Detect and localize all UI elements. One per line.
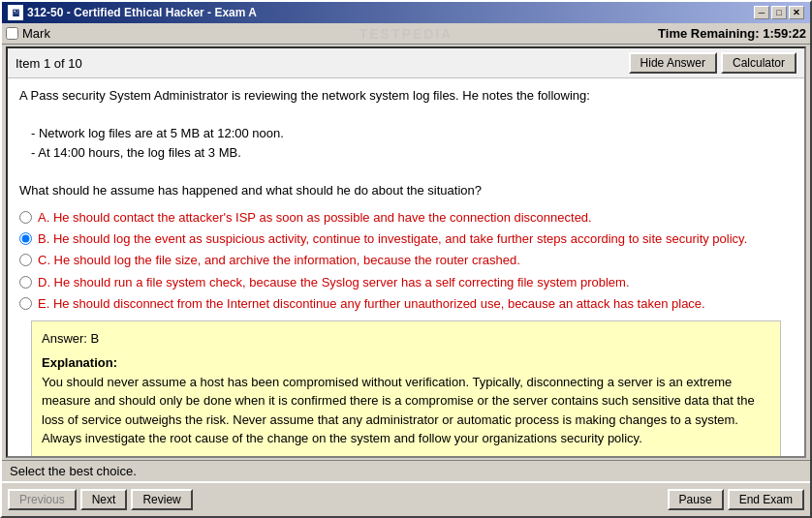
title-buttons: ─ □ ✕ bbox=[754, 6, 804, 19]
option-b-text: B. He should log the event as suspicious… bbox=[38, 230, 747, 248]
answer-box: Answer: B Explanation: You should never … bbox=[31, 320, 781, 456]
option-b: B. He should log the event as suspicious… bbox=[19, 230, 793, 248]
bullet1: - Network log files are at 5 MB at 12:00… bbox=[31, 124, 793, 143]
title-bar-left: 🖥 312-50 - Certified Ethical Hacker - Ex… bbox=[8, 5, 257, 20]
window-title: 312-50 - Certified Ethical Hacker - Exam… bbox=[27, 6, 257, 19]
bullet2: - At 14:00 hours, the log files at 3 MB. bbox=[31, 143, 793, 163]
option-a: A. He should contact the attacker's ISP … bbox=[19, 209, 793, 227]
menu-bar: Mark TESTPEDIA Time Remaining: 1:59:22 bbox=[2, 23, 810, 45]
status-bar: Select the best choice. bbox=[2, 460, 810, 481]
intro-text: A Pass security System Administrator is … bbox=[19, 86, 793, 106]
option-b-radio[interactable] bbox=[19, 232, 32, 245]
answer-line: Answer: B bbox=[42, 329, 770, 349]
explanation-title: Explanation: bbox=[42, 353, 770, 373]
option-d-text: D. He should run a file system check, be… bbox=[38, 274, 630, 291]
question-header: Item 1 of 10 Hide Answer Calculator bbox=[8, 48, 804, 78]
question-intro: A Pass security System Administrator is … bbox=[19, 86, 793, 199]
question-body: A Pass security System Administrator is … bbox=[8, 78, 804, 456]
mark-checkbox-container[interactable]: Mark bbox=[6, 26, 50, 41]
close-button[interactable]: ✕ bbox=[789, 6, 804, 19]
option-d: D. He should run a file system check, be… bbox=[19, 274, 793, 291]
options-list: A. He should contact the attacker's ISP … bbox=[19, 209, 793, 313]
item-counter: Item 1 of 10 bbox=[16, 56, 82, 71]
bottom-bar: Previous Next Review Pause End Exam bbox=[2, 481, 810, 516]
right-buttons: Pause End Exam bbox=[668, 489, 804, 510]
main-window: 🖥 312-50 - Certified Ethical Hacker - Ex… bbox=[0, 0, 812, 518]
title-bar: 🖥 312-50 - Certified Ethical Hacker - Ex… bbox=[2, 2, 810, 23]
minimize-button[interactable]: ─ bbox=[754, 6, 769, 19]
option-c-radio[interactable] bbox=[19, 254, 32, 266]
status-text: Select the best choice. bbox=[10, 464, 137, 478]
mark-label: Mark bbox=[22, 26, 50, 41]
option-e: E. He should disconnect from the Interne… bbox=[19, 295, 793, 313]
app-icon: 🖥 bbox=[8, 5, 23, 20]
option-a-radio[interactable] bbox=[19, 211, 32, 224]
time-remaining: Time Remaining: 1:59:22 bbox=[658, 26, 806, 41]
header-buttons: Hide Answer Calculator bbox=[629, 52, 796, 74]
question-text: What should he assume has happened and w… bbox=[19, 181, 793, 200]
option-a-text: A. He should contact the attacker's ISP … bbox=[38, 209, 592, 227]
calculator-button[interactable]: Calculator bbox=[721, 52, 796, 74]
explanation-text: You should never assume a host has been … bbox=[42, 373, 770, 448]
option-c-text: C. He should log the file size, and arch… bbox=[38, 252, 520, 269]
previous-button[interactable]: Previous bbox=[8, 489, 77, 510]
option-e-radio[interactable] bbox=[19, 297, 32, 310]
option-e-text: E. He should disconnect from the Interne… bbox=[38, 295, 705, 313]
content-area: Item 1 of 10 Hide Answer Calculator A Pa… bbox=[6, 46, 806, 458]
watermark: TESTPEDIA bbox=[359, 26, 453, 42]
hide-answer-button[interactable]: Hide Answer bbox=[629, 52, 717, 74]
review-button[interactable]: Review bbox=[131, 489, 192, 510]
option-c: C. He should log the file size, and arch… bbox=[19, 252, 793, 269]
option-d-radio[interactable] bbox=[19, 276, 32, 289]
next-button[interactable]: Next bbox=[80, 489, 128, 510]
maximize-button[interactable]: □ bbox=[771, 6, 787, 19]
pause-button[interactable]: Pause bbox=[668, 489, 724, 510]
end-exam-button[interactable]: End Exam bbox=[728, 489, 804, 510]
mark-checkbox[interactable] bbox=[6, 27, 18, 40]
